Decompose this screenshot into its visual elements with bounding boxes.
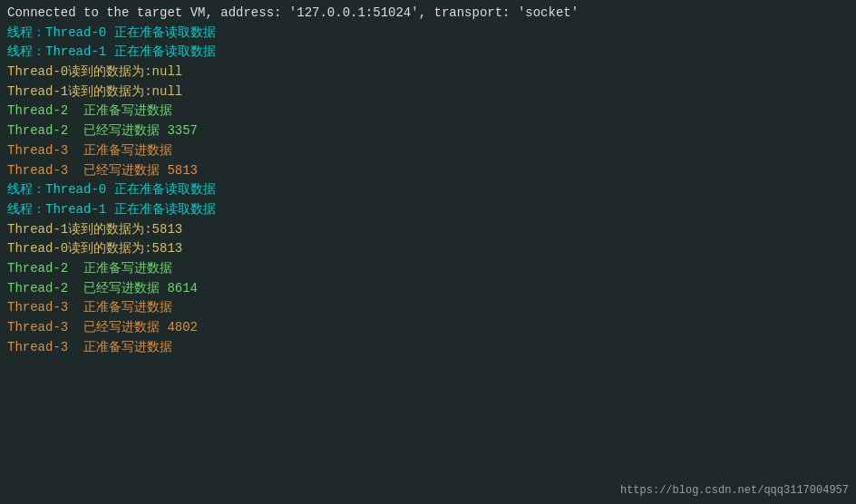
- console-line: Thread-3 正准备写进数据: [7, 338, 849, 358]
- console-line: 线程：Thread-1 正在准备读取数据: [7, 43, 849, 63]
- console-line: Thread-3 正准备写进数据: [7, 298, 849, 318]
- console-line: Thread-0读到的数据为:null: [7, 63, 849, 82]
- console-line: Thread-0读到的数据为:5813: [7, 239, 849, 259]
- console-line: Thread-3 正准备写进数据: [7, 141, 849, 161]
- console-line: Thread-2 已经写进数据 3357: [7, 121, 849, 141]
- console-line: Thread-2 已经写进数据 8614: [7, 279, 849, 299]
- console-output: Connected to the target VM, address: '12…: [0, 0, 856, 504]
- console-line: Thread-3 已经写进数据 5813: [7, 161, 849, 181]
- console-line: Thread-1读到的数据为:5813: [7, 220, 849, 240]
- console-line: 线程：Thread-1 正在准备读取数据: [7, 200, 849, 220]
- console-line: Thread-1读到的数据为:null: [7, 82, 849, 102]
- console-line: 线程：Thread-0 正在准备读取数据: [7, 180, 849, 200]
- console-line: Connected to the target VM, address: '12…: [7, 4, 849, 24]
- console-line: Thread-2 正准备写进数据: [7, 102, 849, 121]
- watermark: https://blog.csdn.net/qqq3117004957: [620, 484, 849, 497]
- console-line: 线程：Thread-0 正在准备读取数据: [7, 24, 849, 44]
- console-line: Thread-3 已经写进数据 4802: [7, 318, 849, 338]
- console-line: Thread-2 正准备写进数据: [7, 259, 849, 279]
